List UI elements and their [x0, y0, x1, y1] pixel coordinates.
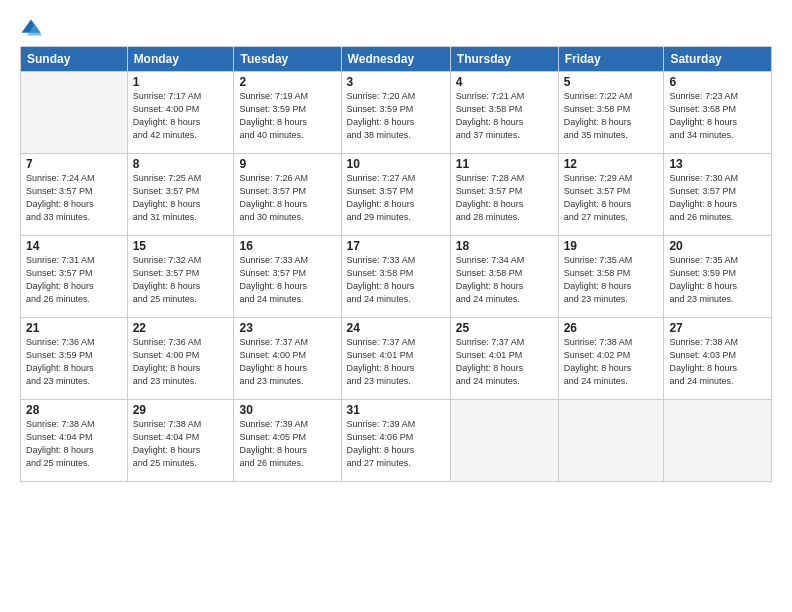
calendar-cell: 1Sunrise: 7:17 AM Sunset: 4:00 PM Daylig… [127, 72, 234, 154]
day-number: 10 [347, 157, 445, 171]
day-info: Sunrise: 7:33 AM Sunset: 3:58 PM Dayligh… [347, 254, 445, 306]
calendar-cell: 23Sunrise: 7:37 AM Sunset: 4:00 PM Dayli… [234, 318, 341, 400]
day-number: 13 [669, 157, 766, 171]
day-number: 11 [456, 157, 553, 171]
day-number: 23 [239, 321, 335, 335]
day-number: 12 [564, 157, 659, 171]
calendar-cell: 19Sunrise: 7:35 AM Sunset: 3:58 PM Dayli… [558, 236, 664, 318]
calendar-cell: 4Sunrise: 7:21 AM Sunset: 3:58 PM Daylig… [450, 72, 558, 154]
day-info: Sunrise: 7:38 AM Sunset: 4:03 PM Dayligh… [669, 336, 766, 388]
day-info: Sunrise: 7:21 AM Sunset: 3:58 PM Dayligh… [456, 90, 553, 142]
calendar-cell: 2Sunrise: 7:19 AM Sunset: 3:59 PM Daylig… [234, 72, 341, 154]
day-number: 17 [347, 239, 445, 253]
calendar-cell: 27Sunrise: 7:38 AM Sunset: 4:03 PM Dayli… [664, 318, 772, 400]
weekday-header: Sunday [21, 47, 128, 72]
calendar-cell [664, 400, 772, 482]
day-number: 6 [669, 75, 766, 89]
day-info: Sunrise: 7:29 AM Sunset: 3:57 PM Dayligh… [564, 172, 659, 224]
weekday-header: Friday [558, 47, 664, 72]
calendar-cell: 10Sunrise: 7:27 AM Sunset: 3:57 PM Dayli… [341, 154, 450, 236]
day-number: 20 [669, 239, 766, 253]
day-info: Sunrise: 7:33 AM Sunset: 3:57 PM Dayligh… [239, 254, 335, 306]
day-info: Sunrise: 7:23 AM Sunset: 3:58 PM Dayligh… [669, 90, 766, 142]
logo-icon [20, 18, 42, 40]
calendar-cell [558, 400, 664, 482]
calendar-cell: 20Sunrise: 7:35 AM Sunset: 3:59 PM Dayli… [664, 236, 772, 318]
day-info: Sunrise: 7:26 AM Sunset: 3:57 PM Dayligh… [239, 172, 335, 224]
calendar-cell: 13Sunrise: 7:30 AM Sunset: 3:57 PM Dayli… [664, 154, 772, 236]
day-info: Sunrise: 7:35 AM Sunset: 3:59 PM Dayligh… [669, 254, 766, 306]
day-number: 19 [564, 239, 659, 253]
day-number: 27 [669, 321, 766, 335]
day-number: 8 [133, 157, 229, 171]
day-info: Sunrise: 7:39 AM Sunset: 4:06 PM Dayligh… [347, 418, 445, 470]
calendar-cell: 28Sunrise: 7:38 AM Sunset: 4:04 PM Dayli… [21, 400, 128, 482]
day-info: Sunrise: 7:22 AM Sunset: 3:58 PM Dayligh… [564, 90, 659, 142]
day-info: Sunrise: 7:30 AM Sunset: 3:57 PM Dayligh… [669, 172, 766, 224]
calendar-week-row: 7Sunrise: 7:24 AM Sunset: 3:57 PM Daylig… [21, 154, 772, 236]
calendar-cell: 21Sunrise: 7:36 AM Sunset: 3:59 PM Dayli… [21, 318, 128, 400]
weekday-header: Wednesday [341, 47, 450, 72]
day-number: 2 [239, 75, 335, 89]
weekday-header: Thursday [450, 47, 558, 72]
calendar-cell: 17Sunrise: 7:33 AM Sunset: 3:58 PM Dayli… [341, 236, 450, 318]
day-info: Sunrise: 7:25 AM Sunset: 3:57 PM Dayligh… [133, 172, 229, 224]
calendar-cell: 14Sunrise: 7:31 AM Sunset: 3:57 PM Dayli… [21, 236, 128, 318]
calendar-cell: 16Sunrise: 7:33 AM Sunset: 3:57 PM Dayli… [234, 236, 341, 318]
calendar-cell [21, 72, 128, 154]
calendar-cell: 18Sunrise: 7:34 AM Sunset: 3:58 PM Dayli… [450, 236, 558, 318]
day-number: 3 [347, 75, 445, 89]
calendar-cell: 24Sunrise: 7:37 AM Sunset: 4:01 PM Dayli… [341, 318, 450, 400]
calendar-cell: 25Sunrise: 7:37 AM Sunset: 4:01 PM Dayli… [450, 318, 558, 400]
day-number: 4 [456, 75, 553, 89]
day-number: 30 [239, 403, 335, 417]
day-info: Sunrise: 7:32 AM Sunset: 3:57 PM Dayligh… [133, 254, 229, 306]
day-number: 28 [26, 403, 122, 417]
calendar-cell: 15Sunrise: 7:32 AM Sunset: 3:57 PM Dayli… [127, 236, 234, 318]
day-info: Sunrise: 7:27 AM Sunset: 3:57 PM Dayligh… [347, 172, 445, 224]
calendar-week-row: 1Sunrise: 7:17 AM Sunset: 4:00 PM Daylig… [21, 72, 772, 154]
day-info: Sunrise: 7:37 AM Sunset: 4:00 PM Dayligh… [239, 336, 335, 388]
day-number: 14 [26, 239, 122, 253]
day-info: Sunrise: 7:38 AM Sunset: 4:02 PM Dayligh… [564, 336, 659, 388]
day-number: 26 [564, 321, 659, 335]
day-info: Sunrise: 7:36 AM Sunset: 4:00 PM Dayligh… [133, 336, 229, 388]
day-info: Sunrise: 7:20 AM Sunset: 3:59 PM Dayligh… [347, 90, 445, 142]
day-info: Sunrise: 7:24 AM Sunset: 3:57 PM Dayligh… [26, 172, 122, 224]
calendar-cell: 29Sunrise: 7:38 AM Sunset: 4:04 PM Dayli… [127, 400, 234, 482]
calendar-week-row: 21Sunrise: 7:36 AM Sunset: 3:59 PM Dayli… [21, 318, 772, 400]
weekday-header: Tuesday [234, 47, 341, 72]
day-number: 22 [133, 321, 229, 335]
day-number: 21 [26, 321, 122, 335]
calendar-cell: 11Sunrise: 7:28 AM Sunset: 3:57 PM Dayli… [450, 154, 558, 236]
day-info: Sunrise: 7:19 AM Sunset: 3:59 PM Dayligh… [239, 90, 335, 142]
day-number: 1 [133, 75, 229, 89]
day-info: Sunrise: 7:28 AM Sunset: 3:57 PM Dayligh… [456, 172, 553, 224]
calendar-cell: 31Sunrise: 7:39 AM Sunset: 4:06 PM Dayli… [341, 400, 450, 482]
day-info: Sunrise: 7:17 AM Sunset: 4:00 PM Dayligh… [133, 90, 229, 142]
calendar-cell [450, 400, 558, 482]
day-number: 16 [239, 239, 335, 253]
header [20, 18, 772, 40]
day-number: 25 [456, 321, 553, 335]
day-info: Sunrise: 7:37 AM Sunset: 4:01 PM Dayligh… [347, 336, 445, 388]
calendar-week-row: 14Sunrise: 7:31 AM Sunset: 3:57 PM Dayli… [21, 236, 772, 318]
calendar-cell: 26Sunrise: 7:38 AM Sunset: 4:02 PM Dayli… [558, 318, 664, 400]
day-info: Sunrise: 7:39 AM Sunset: 4:05 PM Dayligh… [239, 418, 335, 470]
day-number: 29 [133, 403, 229, 417]
logo [20, 18, 44, 40]
day-number: 9 [239, 157, 335, 171]
day-number: 18 [456, 239, 553, 253]
weekday-header: Monday [127, 47, 234, 72]
calendar-table: SundayMondayTuesdayWednesdayThursdayFrid… [20, 46, 772, 482]
calendar-cell: 30Sunrise: 7:39 AM Sunset: 4:05 PM Dayli… [234, 400, 341, 482]
weekday-header: Saturday [664, 47, 772, 72]
day-info: Sunrise: 7:31 AM Sunset: 3:57 PM Dayligh… [26, 254, 122, 306]
day-info: Sunrise: 7:38 AM Sunset: 4:04 PM Dayligh… [26, 418, 122, 470]
calendar-header-row: SundayMondayTuesdayWednesdayThursdayFrid… [21, 47, 772, 72]
page: SundayMondayTuesdayWednesdayThursdayFrid… [0, 0, 792, 612]
day-number: 5 [564, 75, 659, 89]
calendar-cell: 12Sunrise: 7:29 AM Sunset: 3:57 PM Dayli… [558, 154, 664, 236]
calendar-cell: 9Sunrise: 7:26 AM Sunset: 3:57 PM Daylig… [234, 154, 341, 236]
calendar-cell: 8Sunrise: 7:25 AM Sunset: 3:57 PM Daylig… [127, 154, 234, 236]
